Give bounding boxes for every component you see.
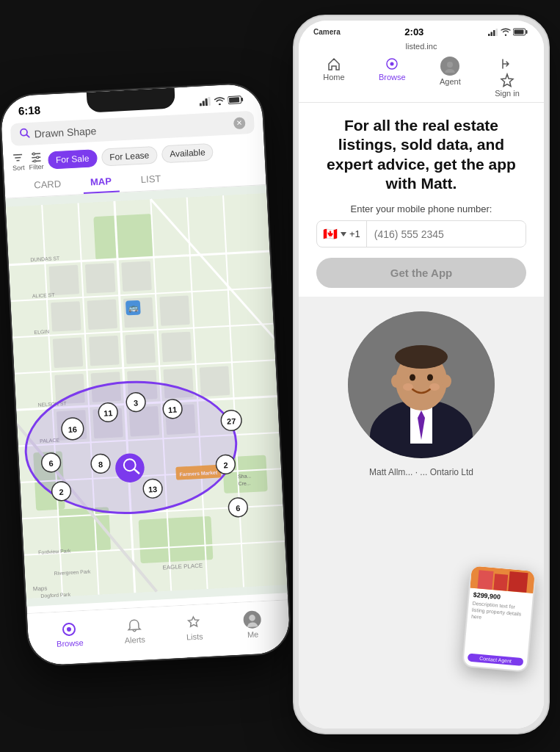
available-filter[interactable]: Available [161, 142, 214, 163]
nav-agent-label: Agent [440, 77, 461, 86]
for-sale-filter[interactable]: For Sale [47, 149, 98, 169]
svg-rect-131 [493, 574, 508, 590]
svg-rect-0 [200, 103, 202, 106]
tab-list[interactable]: LIST [133, 168, 169, 191]
get-app-button[interactable]: Get the App [316, 258, 526, 288]
right-phone-screen: Camera 2:03 [299, 21, 544, 728]
svg-point-115 [447, 62, 453, 68]
svg-point-17 [34, 160, 36, 162]
flag-emoji: 🇨🇦 [323, 227, 338, 241]
svg-rect-132 [508, 571, 528, 593]
nav-agent[interactable]: Agent [440, 57, 461, 98]
svg-rect-2 [205, 98, 208, 106]
map-area[interactable]: DUNDAS ST ALICE ST ELGIN NELSON ST PALAC… [5, 185, 288, 607]
svg-line-8 [26, 134, 29, 137]
alerts-icon [126, 617, 142, 634]
sort-button[interactable]: Sort [12, 151, 25, 172]
svg-text:11: 11 [103, 408, 113, 418]
svg-point-114 [390, 62, 394, 66]
svg-rect-42 [85, 263, 116, 294]
nav-browse-right[interactable]: Browse [379, 57, 406, 98]
nav-home[interactable]: Home [323, 57, 344, 98]
svg-rect-109 [495, 29, 498, 36]
browse-label: Browse [57, 637, 84, 648]
svg-rect-106 [488, 34, 490, 36]
status-icons-right [488, 28, 529, 36]
svg-rect-1 [203, 101, 205, 106]
lists-label: Lists [186, 632, 203, 641]
me-avatar [243, 610, 261, 629]
phone-input[interactable] [367, 223, 526, 246]
svg-rect-111 [526, 30, 527, 34]
svg-text:Sha...: Sha... [238, 473, 251, 479]
country-code: +1 [349, 228, 360, 239]
svg-point-126 [427, 375, 433, 381]
domain-text: listed.inc [406, 42, 437, 51]
svg-point-124 [441, 375, 451, 388]
nav-browse[interactable]: Browse [55, 620, 84, 648]
filter-label: Filter [29, 163, 43, 171]
map-svg: DUNDAS ST ALICE ST ELGIN NELSON ST PALAC… [5, 185, 288, 607]
lists-icon [186, 614, 203, 631]
star-icon-nav [500, 73, 514, 87]
svg-rect-107 [490, 32, 492, 36]
nav-lists[interactable]: Lists [185, 614, 203, 641]
nav-me[interactable]: Me [243, 610, 262, 639]
svg-text:11: 11 [168, 405, 178, 415]
svg-rect-130 [477, 570, 493, 590]
svg-text:27: 27 [227, 416, 236, 426]
sort-label: Sort [12, 164, 25, 172]
mini-phone-btn[interactable]: Contact Agent [468, 653, 524, 666]
svg-rect-23 [139, 516, 214, 563]
svg-rect-6 [229, 97, 239, 103]
mini-phone-content: $299,900 Description text for listing pr… [467, 588, 533, 628]
flag-select[interactable]: 🇨🇦 +1 [317, 221, 367, 247]
right-phone: Camera 2:03 [293, 15, 550, 734]
hero-section: For all the real estate listings, sold d… [299, 103, 544, 297]
for-lease-filter[interactable]: For Lease [101, 145, 158, 166]
svg-text:Dogford Park: Dogford Park [40, 592, 71, 599]
svg-text:🚌: 🚌 [128, 303, 139, 314]
domain-bar: listed.inc [299, 40, 544, 54]
svg-text:13: 13 [148, 485, 158, 494]
battery-icon-right [513, 28, 529, 36]
home-icon [327, 57, 341, 71]
agent-section: $299,900 Description text for listing pr… [299, 297, 544, 728]
hero-title: For all the real estate listings, sold d… [316, 116, 526, 193]
svg-rect-19 [93, 214, 153, 260]
svg-text:ELGIN: ELGIN [34, 329, 49, 335]
svg-rect-49 [89, 336, 120, 366]
search-clear-btn[interactable]: ✕ [233, 117, 246, 129]
svg-point-123 [391, 375, 401, 388]
signal-icon [199, 96, 211, 106]
wifi-icon-right [501, 28, 511, 36]
svg-rect-51 [161, 332, 192, 363]
svg-text:Maps: Maps [33, 585, 48, 593]
svg-text:16: 16 [68, 424, 78, 434]
agent-avatar-nav [440, 57, 459, 76]
svg-rect-112 [514, 30, 523, 35]
svg-point-127 [403, 383, 413, 391]
alerts-label: Alerts [124, 634, 145, 644]
status-icons-left [199, 95, 244, 106]
nav-browse-label-right: Browse [379, 73, 406, 82]
time-left: 6:18 [18, 104, 41, 118]
tab-card[interactable]: CARD [26, 173, 69, 197]
svg-rect-47 [159, 295, 190, 326]
nav-signin[interactable]: Sign in [495, 57, 520, 98]
nav-alerts[interactable]: Alerts [123, 617, 145, 644]
svg-rect-41 [49, 265, 80, 296]
nav-home-label: Home [323, 73, 344, 82]
svg-rect-3 [208, 96, 211, 105]
signin-icon [500, 57, 514, 71]
tab-map[interactable]: MAP [82, 171, 119, 195]
dropdown-icon [341, 232, 346, 236]
agent-circle [348, 311, 495, 458]
filter-button[interactable]: Filter [28, 151, 43, 171]
phone-input-row: 🇨🇦 +1 [316, 220, 526, 247]
svg-text:3: 3 [134, 398, 139, 407]
mini-phone-mockup: $299,900 Description text for listing pr… [462, 564, 537, 672]
svg-rect-44 [51, 301, 81, 332]
browse-icon [61, 621, 78, 637]
me-label: Me [247, 629, 259, 639]
